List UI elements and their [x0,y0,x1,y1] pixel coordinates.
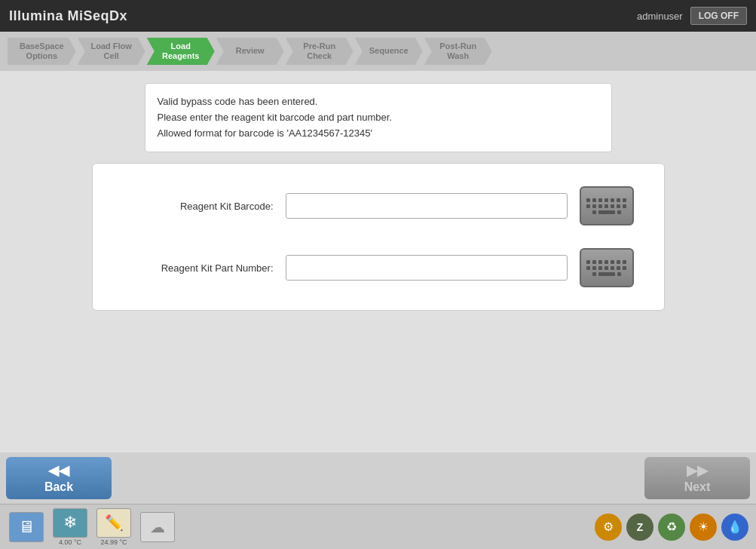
main-content: Valid bypass code has been entered. Plea… [0,71,756,452]
app-title: Illumina MiSeqDx [9,8,127,24]
monitor-icon-box: 🖥 [9,512,44,542]
edit-icon-box: ✏️ [96,508,131,538]
monitor-status-icon[interactable]: 🖥 [8,508,45,546]
snowflake-icon-box: ❄ [53,508,87,538]
water-circle-icon[interactable]: 💧 [721,514,748,541]
temp1-status-icon[interactable]: ❄ 4.00 °C [51,508,89,546]
monitor-symbol: 🖥 [18,517,35,537]
part-number-row: Reagent Kit Part Number: [123,248,634,287]
back-button[interactable]: ◀◀ Back [6,457,112,499]
cloud-symbol: ☁ [150,518,165,536]
form-container: Reagent Kit Barcode: [92,163,665,311]
wizard-step-post-run-wash[interactable]: Post-RunWash [424,38,492,65]
part-number-input[interactable] [286,255,568,281]
back-arrow-icon: ◀◀ [48,462,69,479]
part-number-label: Reagent Kit Part Number: [123,262,274,274]
leaf-symbol: ♻ [666,520,677,534]
info-box: Valid bypass code has been entered. Plea… [145,83,612,152]
status-circles: ⚙ Z ♻ ☀ 💧 [595,514,748,541]
water-symbol: 💧 [727,520,742,534]
snowflake-symbol: ❄ [63,513,77,532]
wizard-step-pre-run-check[interactable]: Pre-RunCheck [286,38,354,65]
keyboard-icon [586,198,626,214]
gear-circle-icon[interactable]: ⚙ [595,514,622,541]
barcode-input[interactable] [286,193,568,219]
leaf-circle-icon[interactable]: ♻ [658,514,685,541]
next-arrow-icon: ▶▶ [687,462,708,479]
next-label: Next [684,480,711,494]
temp2-label: 24.99 °C [100,538,127,546]
status-bar: 🖥 ❄ 4.00 °C ✏️ 24.99 °C ☁ ⚙ Z ♻ ☀ [0,504,756,549]
z-symbol: Z [637,521,644,533]
info-line3: Allowed format for barcode is 'AA1234567… [158,126,599,142]
wizard-step-review[interactable]: Review [216,38,284,65]
footer-nav: ◀◀ Back ▶▶ Next [0,452,756,504]
back-label: Back [44,480,73,494]
edit-status-icon[interactable]: ✏️ 24.99 °C [95,508,133,546]
info-line2: Please enter the reagent kit barcode and… [158,110,599,126]
logoff-button[interactable]: LOG OFF [690,7,747,25]
barcode-keyboard-button[interactable] [580,186,634,225]
next-button[interactable]: ▶▶ Next [644,457,750,499]
wizard-bar: BaseSpaceOptions Load FlowCell LoadReage… [0,32,756,71]
info-line1: Valid bypass code has been entered. [158,94,599,110]
sun-symbol: ☀ [698,520,709,534]
cloud-status-icon[interactable]: ☁ [139,508,176,546]
keyboard-icon-2 [586,260,626,276]
part-number-keyboard-button[interactable] [580,248,634,287]
wizard-step-sequence[interactable]: Sequence [355,38,423,65]
header-right: adminuser LOG OFF [637,7,747,25]
wizard-step-basespace[interactable]: BaseSpaceOptions [8,38,76,65]
cloud-icon-box: ☁ [140,512,175,542]
gear-symbol: ⚙ [603,520,614,534]
wizard-step-load-reagents[interactable]: LoadReagents [147,38,215,65]
temp1-label: 4.00 °C [59,538,81,546]
barcode-row: Reagent Kit Barcode: [123,186,634,225]
z-badge-circle-icon[interactable]: Z [626,514,653,541]
app-header: Illumina MiSeqDx adminuser LOG OFF [0,0,756,32]
username-display: adminuser [637,11,683,22]
wizard-step-load-flow-cell[interactable]: Load FlowCell [78,38,145,65]
barcode-label: Reagent Kit Barcode: [123,201,274,212]
edit-symbol: ✏️ [105,514,124,532]
sun-circle-icon[interactable]: ☀ [690,514,717,541]
